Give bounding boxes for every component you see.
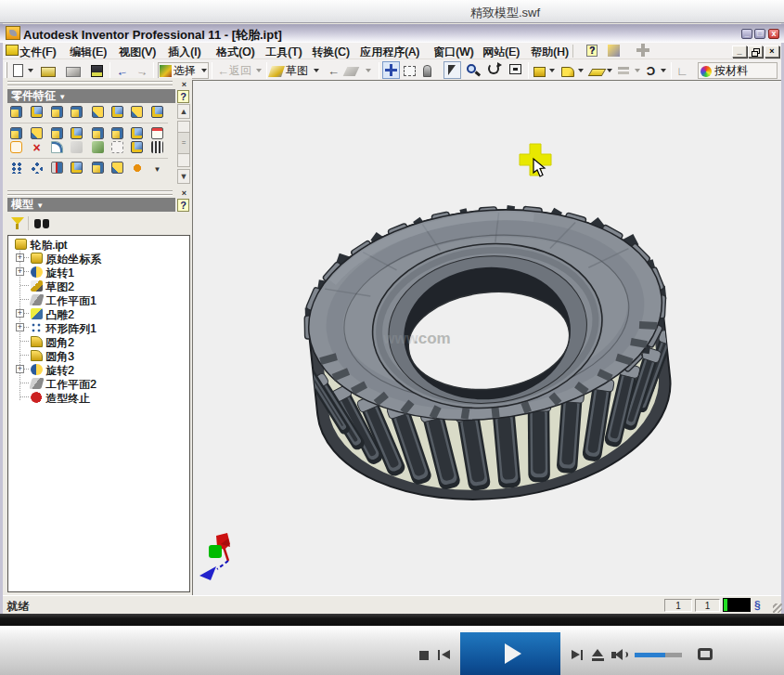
svg-text:.com: .com (414, 330, 451, 347)
svg-text:www: www (382, 331, 418, 346)
